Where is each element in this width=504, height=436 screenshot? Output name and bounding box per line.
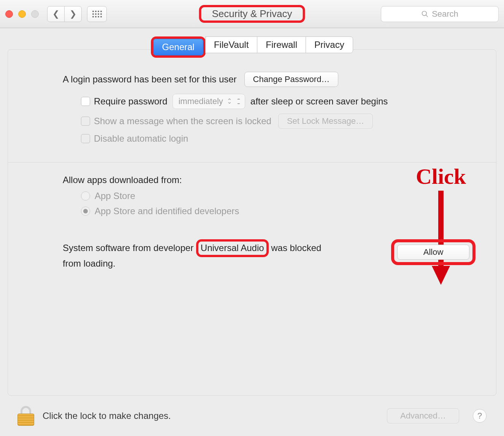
require-password-suffix: after sleep or screen saver begins [250,96,388,107]
search-placeholder: Search [432,9,458,19]
show-lock-message-row: Show a message when the screen is locked… [81,114,482,129]
disable-auto-login-checkbox[interactable] [81,134,90,143]
lock-hint-text: Click the lock to make changes. [43,411,171,421]
require-password-checkbox[interactable] [81,97,90,106]
change-password-button[interactable]: Change Password… [244,72,339,87]
lock-icon[interactable] [17,406,34,426]
require-password-row: Require password immediately after sleep… [81,94,482,109]
search-icon [421,10,429,18]
allow-button[interactable]: Allow [397,245,469,260]
blocked-software-row: System software from developer Universal… [22,239,482,270]
require-password-label: Require password [94,96,167,107]
login-password-status: A login password has been set for this u… [63,74,237,85]
window-controls [5,10,39,18]
chevron-left-icon: ❮ [52,9,59,19]
gatekeeper-option-appstore: App Store [81,191,482,201]
annotation-tab-highlight: General [151,36,205,58]
annotation-developer-highlight: Universal Audio [196,239,269,257]
require-password-delay-select[interactable]: immediately [173,94,245,109]
radio-identified-label: App Store and identified developers [95,206,239,216]
show-lock-message-label: Show a message when the screen is locked [94,116,271,126]
nav-buttons: ❮ ❯ [47,6,82,22]
arrow-down-icon [430,191,452,286]
allow-button-container: Allow [391,239,475,265]
back-button[interactable]: ❮ [47,6,65,22]
disable-auto-login-row: Disable automatic login [81,133,482,144]
radio-appstore[interactable] [81,191,90,201]
svg-line-1 [426,15,428,17]
gatekeeper-title: Allow apps downloaded from: [63,175,482,185]
set-lock-message-button[interactable]: Set Lock Message… [278,114,373,129]
login-password-row: A login password has been set for this u… [63,72,482,87]
tab-firewall[interactable]: Firewall [257,36,306,53]
radio-appstore-label: App Store [95,191,135,201]
tab-privacy[interactable]: Privacy [306,36,353,53]
help-button[interactable]: ? [473,409,487,423]
close-window-button[interactable] [5,10,13,18]
tab-general[interactable]: General [153,39,203,55]
panel-footer: Click the lock to make changes. Advanced… [8,396,496,436]
gatekeeper-option-identified: App Store and identified developers [81,206,482,216]
forward-button[interactable]: ❯ [64,6,82,22]
tabs-container: General FileVault Firewall Privacy [8,36,496,58]
minimize-window-button[interactable] [18,10,26,18]
annotation-title-highlight: Security & Privacy [199,5,305,23]
blocked-developer-name: Universal Audio [201,243,264,253]
tab-filevault[interactable]: FileVault [205,36,258,53]
window-title-container: Security & Privacy [199,5,305,23]
window-title: Security & Privacy [212,8,292,20]
grid-icon [92,11,102,17]
help-icon: ? [477,411,482,421]
tab-content-general: A login password has been set for this u… [8,49,496,396]
show-lock-message-checkbox[interactable] [81,117,90,126]
require-password-delay-value: immediately [178,96,223,106]
svg-point-0 [422,11,427,16]
blocked-software-text: System software from developer Universal… [63,239,336,270]
window-toolbar: ❮ ❯ Security & Privacy Search [0,0,504,28]
show-all-prefs-button[interactable] [87,6,107,22]
search-field[interactable]: Search [381,6,499,22]
chevron-right-icon: ❯ [70,9,76,19]
zoom-window-button[interactable] [31,10,39,18]
search-container: Search [381,6,499,22]
blocked-prefix: System software from developer [63,243,193,253]
tab-bar: General FileVault Firewall Privacy [151,36,353,58]
section-divider [8,162,496,163]
radio-identified[interactable] [81,207,90,216]
annotation-allow-highlight: Allow [391,239,475,265]
preferences-panel: General FileVault Firewall Privacy A log… [0,28,504,436]
select-stepper-icon [227,100,232,103]
disable-auto-login-label: Disable automatic login [94,133,188,144]
advanced-button[interactable]: Advanced… [387,408,459,423]
